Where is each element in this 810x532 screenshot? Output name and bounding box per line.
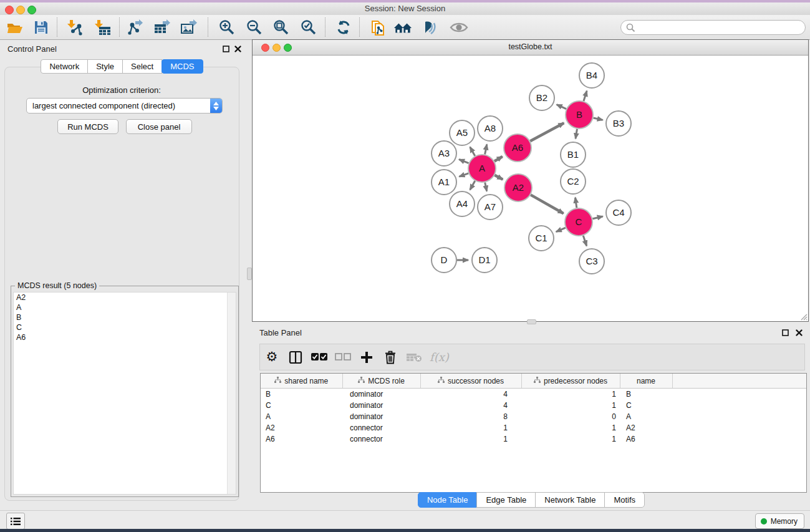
import-network-icon[interactable] — [65, 18, 84, 37]
memory-button[interactable]: Memory — [755, 513, 804, 529]
table-options-icon[interactable]: ⚙ — [260, 347, 284, 368]
table-cell[interactable]: 1 — [521, 422, 620, 433]
table-cell[interactable]: dominator — [342, 411, 420, 422]
export-network-icon[interactable] — [126, 18, 145, 37]
graph-edge-A-A8[interactable] — [485, 144, 487, 154]
column-header-name[interactable]: name — [620, 374, 672, 389]
graph-edge-C-C3[interactable] — [583, 236, 587, 246]
tab-network[interactable]: Network — [41, 59, 88, 74]
tab-network-table[interactable]: Network Table — [535, 492, 605, 508]
graph-edge-C-C2[interactable] — [576, 198, 577, 208]
graph-edge-A-A4[interactable] — [470, 181, 475, 190]
delete-columns-icon[interactable] — [378, 347, 402, 368]
table-cell[interactable]: dominator — [342, 400, 420, 411]
graph-node-C2[interactable]: C2 — [561, 169, 586, 194]
table-cell[interactable]: C — [261, 400, 342, 411]
graph-edge-A-A6[interactable] — [494, 157, 503, 161]
close-traffic-light[interactable] — [261, 44, 269, 52]
column-header-shared-name[interactable]: shared name — [261, 374, 342, 389]
table-cell[interactable]: 4 — [420, 389, 521, 400]
table-cell[interactable]: A6 — [620, 433, 672, 445]
graph-node-B3[interactable]: B3 — [606, 111, 631, 136]
zoom-fit-icon[interactable] — [272, 18, 291, 37]
graph-node-A1[interactable]: A1 — [432, 170, 456, 195]
refresh-icon[interactable] — [334, 18, 353, 37]
add-column-icon[interactable] — [355, 347, 378, 368]
mcds-result-item[interactable]: A6 — [14, 332, 236, 342]
graph-node-C4[interactable]: C4 — [606, 200, 631, 225]
mcds-result-item[interactable]: A2 — [14, 293, 236, 302]
graph-edge-A2-C[interactable] — [531, 195, 564, 213]
graph-node-D1[interactable]: D1 — [472, 248, 497, 273]
table-cell[interactable]: connector — [342, 422, 420, 433]
tab-motifs[interactable]: Motifs — [604, 492, 645, 508]
table-cell[interactable]: 8 — [420, 411, 521, 422]
table-cell[interactable]: A2 — [261, 422, 342, 433]
import-table-icon[interactable] — [93, 18, 112, 37]
tab-select[interactable]: Select — [122, 59, 162, 74]
zoom-traffic-light[interactable] — [27, 6, 36, 14]
tab-style[interactable]: Style — [87, 59, 123, 74]
table-row[interactable]: Adominator80A — [261, 411, 806, 422]
vertical-splitter-handle[interactable] — [247, 268, 252, 280]
graph-node-B2[interactable]: B2 — [529, 85, 554, 110]
mcds-result-item[interactable]: A — [14, 302, 236, 312]
graph-edge-B-B2[interactable] — [557, 105, 566, 109]
graph-node-B4[interactable]: B4 — [579, 63, 604, 88]
function-builder-icon[interactable]: f(x) — [430, 351, 449, 364]
close-panel-icon[interactable] — [795, 329, 803, 337]
criterion-select[interactable]: largest connected component (directed) — [26, 98, 223, 114]
column-header-predecessor-nodes[interactable]: predecessor nodes — [521, 374, 620, 389]
graph-node-B[interactable]: B — [566, 101, 593, 128]
table-cell[interactable]: A — [261, 411, 342, 422]
mcds-result-item[interactable]: C — [14, 322, 236, 332]
table-row[interactable]: A6connector11A6 — [261, 433, 806, 445]
graph-edge-A-A5[interactable] — [470, 147, 475, 156]
minimize-traffic-light[interactable] — [272, 44, 281, 52]
export-table-icon[interactable] — [153, 18, 171, 37]
graph-node-C3[interactable]: C3 — [579, 249, 604, 274]
zoom-in-icon[interactable] — [218, 18, 236, 37]
task-history-button[interactable] — [6, 513, 25, 530]
graph-node-A6[interactable]: A6 — [504, 134, 531, 162]
table-cell[interactable]: B — [620, 389, 672, 400]
graph-edge-C-C4[interactable] — [592, 216, 602, 219]
graph-node-A2[interactable]: A2 — [504, 174, 532, 201]
column-browser-icon[interactable] — [284, 347, 307, 368]
save-session-icon[interactable] — [32, 18, 51, 37]
graph-node-A7[interactable]: A7 — [478, 195, 503, 220]
table-cell[interactable]: A6 — [261, 433, 342, 445]
table-cell[interactable]: 1 — [420, 422, 521, 433]
horizontal-splitter-handle[interactable] — [527, 319, 536, 324]
table-cell[interactable]: B — [261, 389, 342, 400]
table-cell[interactable]: 1 — [521, 433, 620, 445]
graph-node-A8[interactable]: A8 — [478, 116, 503, 141]
float-panel-icon[interactable] — [222, 45, 230, 53]
visual-aid-icon[interactable] — [421, 18, 440, 37]
table-cell[interactable]: dominator — [342, 389, 420, 400]
table-cell[interactable]: connector — [342, 433, 420, 445]
unselect-all-columns-icon[interactable] — [331, 347, 355, 368]
tab-edge-table[interactable]: Edge Table — [476, 492, 536, 508]
graph-edge-B-B1[interactable] — [576, 129, 577, 139]
eye-icon[interactable] — [450, 18, 468, 37]
table-cell[interactable]: C — [620, 400, 672, 411]
mcds-result-item[interactable]: B — [14, 312, 236, 322]
table-cell[interactable]: 1 — [420, 433, 521, 445]
zoom-selected-icon[interactable] — [299, 18, 318, 37]
search-input[interactable] — [635, 21, 800, 34]
graph-edge-A-A2[interactable] — [494, 175, 503, 180]
zoom-traffic-light[interactable] — [284, 44, 292, 52]
table-cell[interactable]: 1 — [521, 389, 620, 400]
graph-node-A3[interactable]: A3 — [432, 141, 456, 166]
table-cell[interactable]: 0 — [521, 411, 620, 422]
duplicate-network-icon[interactable] — [369, 18, 388, 37]
resize-grip-icon[interactable] — [799, 312, 808, 321]
graph-edge-B-B4[interactable] — [584, 91, 587, 101]
graph-edge-A-A1[interactable] — [459, 173, 468, 177]
tab-mcds[interactable]: MCDS — [162, 59, 203, 74]
graph-edge-A6-B[interactable] — [530, 123, 564, 141]
graph-node-C1[interactable]: C1 — [529, 226, 554, 251]
table-row[interactable]: Bdominator41B — [261, 389, 806, 400]
graph-edge-C-C1[interactable] — [556, 228, 566, 232]
